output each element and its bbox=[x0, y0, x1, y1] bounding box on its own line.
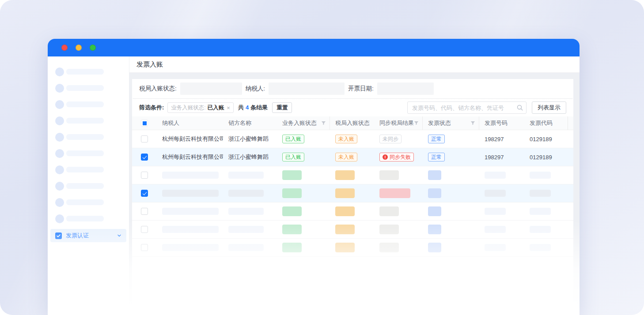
skeleton-line bbox=[66, 183, 104, 189]
cell-sync_result bbox=[374, 206, 423, 216]
skeleton-block bbox=[428, 243, 441, 252]
cell-taxpayer bbox=[157, 244, 223, 251]
skeleton-block bbox=[162, 190, 219, 197]
filter-input[interactable] bbox=[377, 82, 434, 95]
sidebar-skeleton-item bbox=[48, 112, 129, 129]
sidebar-skeleton-item bbox=[48, 64, 129, 80]
main-area: 发票入账 税局入账状态:纳税人:开票日期: 筛选条件: 业务入账状态: 已入账 … bbox=[129, 56, 580, 315]
cell-tax_status bbox=[330, 170, 374, 180]
skeleton-block bbox=[162, 208, 219, 215]
skeleton-block bbox=[485, 208, 506, 215]
filter-label: 税局入账状态: bbox=[139, 85, 177, 93]
header-cell-invoice_code: 发票代码 bbox=[524, 116, 568, 130]
filter-funnel-icon[interactable] bbox=[321, 121, 326, 126]
row-checkbox-cell bbox=[132, 244, 157, 251]
reset-button[interactable]: 重置 bbox=[272, 102, 292, 113]
status-tag: 未入账 bbox=[335, 135, 357, 143]
page-header: 发票入账 bbox=[129, 56, 580, 73]
filter-chip[interactable]: 业务入账状态: 已入账 × bbox=[167, 102, 234, 113]
search-icon[interactable] bbox=[517, 105, 523, 111]
conditions-row: 筛选条件: 业务入账状态: 已入账 × 共4条结果 重置 bbox=[132, 99, 573, 116]
list-display-button[interactable]: 列表显示 bbox=[532, 101, 566, 114]
header-label: 税局入账状态 bbox=[335, 119, 370, 127]
row-checkbox[interactable] bbox=[141, 208, 148, 215]
skeleton-block bbox=[530, 226, 551, 233]
table-row[interactable]: 杭州每刻云科技有限公司浙江小蜜蜂舞蹈已入账未入账!同步失败正常198297012… bbox=[132, 148, 573, 166]
skeleton-line bbox=[66, 134, 104, 140]
row-checkbox[interactable] bbox=[141, 154, 148, 161]
skeleton-block bbox=[335, 170, 355, 180]
header-label: 发票代码 bbox=[530, 119, 553, 127]
header-cell-tax_status: 税局入账状态 bbox=[330, 116, 374, 130]
cell-tax_status bbox=[330, 243, 374, 252]
search-input[interactable] bbox=[407, 101, 527, 114]
table-row bbox=[132, 202, 573, 221]
cell-seller bbox=[223, 208, 277, 215]
filter-funnel-icon[interactable] bbox=[470, 121, 475, 126]
cell-invoice_no bbox=[479, 208, 524, 215]
cell-tax_status bbox=[330, 225, 374, 234]
chevron-down-icon[interactable] bbox=[117, 233, 121, 238]
traffic-light-close-button[interactable] bbox=[61, 45, 68, 51]
skeleton-circle bbox=[55, 68, 64, 76]
window-titlebar[interactable] bbox=[48, 39, 580, 56]
cell-taxpayer: 杭州每刻云科技有限公司 bbox=[157, 153, 223, 161]
cell-invoice_status bbox=[423, 206, 479, 216]
status-tag-label: 正常 bbox=[431, 154, 442, 160]
sidebar-skeleton-item bbox=[48, 96, 129, 112]
cell-biz_status bbox=[277, 188, 330, 198]
status-tag-label: 未入账 bbox=[338, 136, 354, 142]
cell-taxpayer bbox=[157, 172, 223, 179]
skeleton-line bbox=[66, 199, 104, 205]
sidebar-item-invoice-auth[interactable]: 发票认证 bbox=[50, 229, 126, 242]
status-tag: 已入账 bbox=[282, 135, 304, 143]
filter-input[interactable] bbox=[269, 82, 345, 95]
row-checkbox[interactable] bbox=[141, 172, 148, 179]
cell-biz_status: 已入账 bbox=[277, 153, 330, 161]
cell-invoice_status bbox=[423, 170, 479, 180]
status-tag-label: 未入账 bbox=[338, 154, 354, 160]
cell-biz_status bbox=[277, 225, 330, 234]
status-tag-label: 正常 bbox=[431, 136, 442, 142]
traffic-light-zoom-button[interactable] bbox=[90, 45, 96, 51]
table-row[interactable]: 杭州每刻云科技有限公司浙江小蜜蜂舞蹈已入账未入账未同步正常19829701291… bbox=[132, 130, 573, 148]
row-checkbox[interactable] bbox=[141, 190, 148, 197]
cell-seller: 浙江小蜜蜂舞蹈 bbox=[223, 153, 277, 161]
table-row bbox=[132, 166, 573, 184]
sidebar-item-label: 发票认证 bbox=[66, 232, 89, 240]
row-checkbox-cell bbox=[132, 190, 157, 197]
row-checkbox[interactable] bbox=[141, 226, 148, 233]
status-tag: 未同步 bbox=[379, 135, 402, 143]
cell-invoice_code bbox=[524, 226, 568, 233]
filter-input[interactable] bbox=[180, 82, 242, 95]
cell-taxpayer bbox=[157, 226, 223, 233]
cell-tax_status: 未入账 bbox=[330, 153, 374, 161]
header-label: 同步税局结果 bbox=[379, 119, 414, 127]
filter-field-0: 税局入账状态: bbox=[139, 82, 242, 95]
status-tag: !同步失败 bbox=[379, 153, 414, 161]
header-cell-invoice_no: 发票号码 bbox=[479, 116, 524, 130]
cell-invoice_no bbox=[479, 172, 524, 179]
chip-close-icon[interactable]: × bbox=[227, 105, 230, 111]
sidebar-skeleton-item bbox=[48, 178, 129, 194]
header-label: 销方名称 bbox=[228, 119, 251, 127]
cell-seller: 浙江小蜜蜂舞蹈 bbox=[223, 135, 277, 143]
cell-biz_status bbox=[277, 206, 330, 216]
cell-text: 杭州每刻云科技有限公司 bbox=[162, 153, 223, 161]
row-checkbox[interactable] bbox=[141, 135, 148, 142]
sidebar-skeleton-item bbox=[48, 129, 129, 145]
skeleton-block bbox=[379, 243, 399, 252]
sidebar-skeleton-item bbox=[48, 80, 129, 96]
traffic-light-minimize-button[interactable] bbox=[76, 45, 82, 51]
sidebar-skeleton-item bbox=[48, 210, 129, 227]
skeleton-block bbox=[282, 170, 302, 180]
skeleton-block bbox=[428, 206, 441, 216]
sidebar-skeleton-list bbox=[48, 64, 129, 227]
select-all-checkbox[interactable] bbox=[141, 120, 148, 127]
row-checkbox[interactable] bbox=[141, 244, 148, 251]
cell-sync_result bbox=[374, 243, 423, 252]
skeleton-block bbox=[428, 188, 441, 198]
cell-text: 0129189 bbox=[530, 136, 552, 142]
filter-funnel-icon[interactable] bbox=[414, 121, 419, 126]
skeleton-block bbox=[228, 172, 264, 179]
